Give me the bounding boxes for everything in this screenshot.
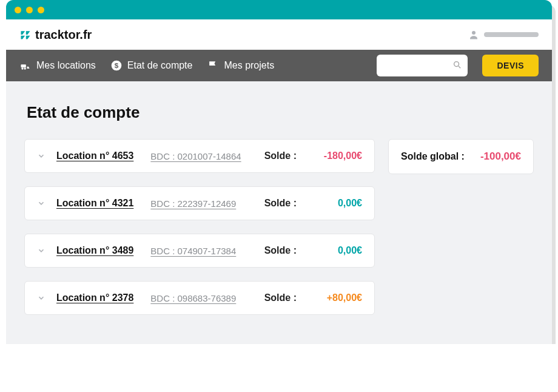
logo-icon — [19, 29, 32, 41]
bdc-ref[interactable]: BDC : 222397-12469 — [150, 198, 236, 209]
nav-locations[interactable]: Mes locations — [19, 59, 96, 72]
solde-value: +80,00€ — [312, 292, 362, 303]
svg-point-6 — [454, 62, 459, 67]
main-nav: Mes locations $ Etat de compte Mes proje… — [6, 50, 552, 81]
bdc-ref[interactable]: BDC : 074907-17384 — [150, 246, 236, 256]
search-icon — [452, 60, 462, 71]
logo[interactable]: tracktor.fr — [19, 28, 92, 42]
location-name[interactable]: Location n° 3489 — [56, 245, 133, 256]
location-row[interactable]: Location n° 4653 BDC : 0201007-14864 Sol… — [24, 139, 375, 173]
nav-projets[interactable]: Mes projets — [207, 59, 274, 72]
solde-label: Solde : — [264, 150, 297, 161]
svg-line-7 — [459, 66, 460, 68]
topbar: tracktor.fr — [6, 19, 552, 50]
profile-area[interactable] — [468, 29, 539, 40]
locations-list: Location n° 4653 BDC : 0201007-14864 Sol… — [24, 139, 375, 315]
window-dot-max[interactable] — [38, 7, 44, 13]
location-row[interactable]: Location n° 2378 BDC : 098683-76389 Sold… — [24, 281, 375, 315]
window-dot-min[interactable] — [26, 7, 33, 13]
global-balance-value: -100,00€ — [480, 150, 521, 163]
svg-point-3 — [24, 67, 26, 69]
solde-value: 0,00€ — [312, 198, 362, 209]
chevron-down-icon — [37, 246, 45, 255]
profile-placeholder — [484, 32, 539, 37]
svg-point-2 — [21, 67, 23, 69]
solde-label: Solde : — [264, 245, 297, 256]
chevron-down-icon — [37, 199, 45, 208]
bdc-ref[interactable]: BDC : 0201007-14864 — [150, 151, 241, 161]
devis-button[interactable]: DEVIS — [482, 55, 539, 76]
chevron-down-icon — [37, 294, 45, 302]
layout: Location n° 4653 BDC : 0201007-14864 Sol… — [24, 139, 534, 315]
bulldozer-icon — [19, 59, 32, 72]
user-icon — [468, 29, 479, 40]
dollar-circle-icon: $ — [110, 59, 123, 72]
global-balance-card: Solde global : -100,00€ — [388, 139, 534, 174]
flag-icon — [207, 59, 219, 72]
window-dot-close[interactable] — [15, 7, 21, 13]
global-balance-label: Solde global : — [401, 151, 465, 162]
solde-value: 0,00€ — [312, 245, 362, 256]
bdc-ref[interactable]: BDC : 098683-76389 — [150, 293, 236, 303]
solde-value: -180,00€ — [312, 150, 362, 161]
content-area: Etat de compte Location n° 4653 BDC : 02… — [6, 81, 552, 344]
chevron-down-icon — [37, 152, 45, 160]
location-row[interactable]: Location n° 3489 BDC : 074907-17384 Sold… — [24, 234, 375, 268]
app-window: tracktor.fr Mes locations $ Etat de comp… — [6, 0, 552, 344]
location-row[interactable]: Location n° 4321 BDC : 222397-12469 Sold… — [24, 186, 375, 220]
nav-compte-label: Etat de compte — [127, 60, 193, 71]
brand-text: tracktor.fr — [35, 28, 92, 42]
svg-text:$: $ — [115, 61, 119, 69]
location-name[interactable]: Location n° 4653 — [56, 150, 133, 161]
window-titlebar — [6, 0, 552, 19]
location-name[interactable]: Location n° 4321 — [56, 198, 133, 209]
svg-rect-1 — [21, 64, 26, 67]
solde-label: Solde : — [264, 292, 297, 303]
nav-compte[interactable]: $ Etat de compte — [110, 59, 193, 72]
location-name[interactable]: Location n° 2378 — [56, 292, 133, 303]
search-input[interactable] — [383, 61, 452, 70]
page-title: Etat de compte — [27, 103, 534, 122]
search-box[interactable] — [377, 55, 468, 76]
svg-point-0 — [472, 31, 476, 35]
nav-projets-label: Mes projets — [224, 60, 274, 71]
solde-label: Solde : — [264, 198, 297, 209]
nav-locations-label: Mes locations — [36, 60, 96, 71]
